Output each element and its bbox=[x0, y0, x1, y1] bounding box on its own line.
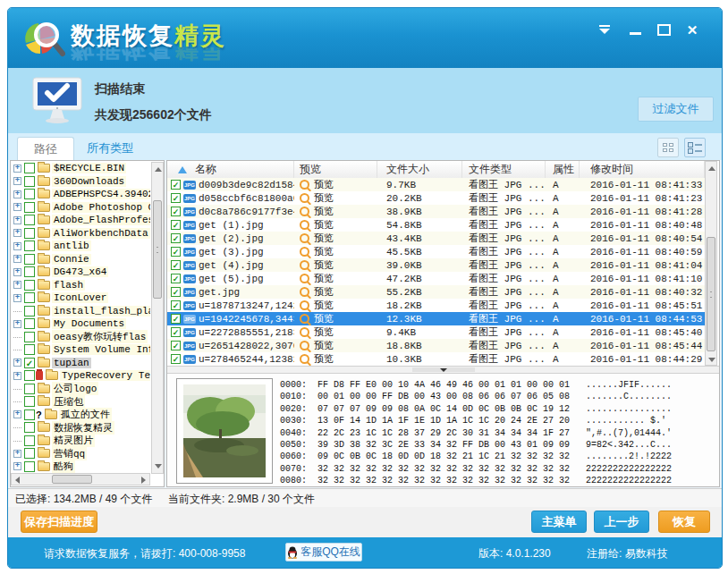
tree-item[interactable]: +Adobe_FlashProfes bbox=[11, 214, 150, 227]
scrollbar-thumb[interactable] bbox=[52, 475, 92, 484]
tree-checkbox[interactable] bbox=[24, 461, 35, 472]
table-row[interactable]: ✓JPGget (1).jpg预览54.8KB看图王 JPG ...A2016-… bbox=[167, 218, 705, 232]
grid-view-button[interactable] bbox=[657, 138, 679, 157]
row-checkbox[interactable]: ✓ bbox=[171, 233, 181, 243]
expand-icon[interactable]: + bbox=[13, 216, 21, 224]
recover-button[interactable]: 恢复 bbox=[658, 511, 710, 533]
tree-checkbox[interactable] bbox=[24, 396, 35, 407]
row-checkbox[interactable]: ✓ bbox=[171, 287, 181, 297]
tree-checkbox[interactable] bbox=[24, 266, 35, 277]
preview-link[interactable]: 预览 bbox=[314, 232, 334, 245]
qq-service-button[interactable]: 客服QQ在线 bbox=[285, 543, 362, 561]
tree-item[interactable]: +DG473_x64 bbox=[11, 266, 150, 279]
tree-item-label[interactable]: IconLover bbox=[52, 292, 108, 303]
tab-path[interactable]: 路径 bbox=[17, 137, 74, 161]
tree-horizontal-scrollbar[interactable] bbox=[11, 473, 150, 485]
magnifier-icon[interactable] bbox=[300, 354, 309, 364]
table-row[interactable]: ✓JPGget (3).jpg预览45.5KB看图王 JPG ...A2016-… bbox=[167, 245, 705, 258]
tree-checkbox[interactable] bbox=[24, 241, 35, 251]
tree-checkbox[interactable] bbox=[24, 189, 35, 199]
tree-item-label[interactable]: tupian bbox=[52, 358, 91, 368]
close-button[interactable]: ✕ bbox=[682, 21, 702, 38]
row-checkbox[interactable]: ✓ bbox=[171, 260, 181, 270]
expand-icon[interactable]: + bbox=[13, 320, 21, 328]
main-menu-button[interactable]: 主菜单 bbox=[531, 511, 587, 533]
preview-link[interactable]: 预览 bbox=[314, 245, 334, 258]
scroll-up-arrow[interactable] bbox=[708, 166, 715, 171]
tree-item-label[interactable]: 360Downloads bbox=[52, 176, 126, 187]
tree-checkbox[interactable] bbox=[24, 448, 35, 459]
tree-item[interactable]: +ADBEPHSPCS4.39402 bbox=[11, 188, 150, 201]
details-view-button[interactable] bbox=[684, 138, 706, 157]
expand-icon[interactable]: + bbox=[13, 177, 21, 185]
table-row[interactable]: ✓JPGd0c8a786c9177f3e4...预览38.9KB看图王 JPG … bbox=[167, 205, 705, 218]
expand-icon[interactable]: + bbox=[13, 203, 21, 211]
tree-item[interactable]: +IconLover bbox=[11, 291, 150, 305]
column-header-type[interactable]: 文件类型 bbox=[462, 161, 546, 178]
preview-link[interactable]: 预览 bbox=[314, 312, 334, 325]
table-row[interactable]: ✓JPGu=1878713247,1242...预览18.2KB看图王 JPG … bbox=[167, 299, 705, 312]
expand-icon[interactable]: + bbox=[13, 281, 21, 289]
tree-item[interactable]: +antlib bbox=[11, 240, 150, 253]
magnifier-icon[interactable] bbox=[300, 287, 309, 297]
magnifier-icon[interactable] bbox=[300, 314, 309, 324]
tree-item[interactable]: 精灵图片 bbox=[11, 435, 150, 448]
scroll-up-arrow[interactable] bbox=[155, 167, 162, 172]
magnifier-icon[interactable] bbox=[300, 233, 309, 243]
tree-item-label[interactable]: AliWorkbenchData bbox=[52, 228, 150, 239]
scrollbar-thumb[interactable] bbox=[153, 200, 162, 299]
tree-item[interactable]: +flash bbox=[11, 279, 150, 292]
column-header-name[interactable]: 名称 bbox=[167, 161, 294, 178]
table-row[interactable]: ✓JPGget (5).jpg预览47.2KB看图王 JPG ...A2016-… bbox=[167, 272, 705, 285]
scroll-down-arrow[interactable] bbox=[155, 464, 162, 468]
column-header-size[interactable]: 文件大小 bbox=[377, 161, 462, 178]
tree-item-label[interactable]: 数据恢复精灵 bbox=[52, 421, 114, 435]
expand-icon[interactable]: + bbox=[13, 294, 21, 302]
previous-step-button[interactable]: 上一步 bbox=[594, 511, 649, 533]
expand-icon[interactable]: + bbox=[13, 372, 21, 380]
table-row[interactable]: ✓JPGget.jpg预览55.2KB看图王 JPG ...A2016-01-1… bbox=[167, 285, 705, 299]
tree-checkbox[interactable]: ✓ bbox=[24, 358, 35, 368]
row-checkbox[interactable]: ✓ bbox=[171, 247, 181, 257]
tree-item[interactable]: +My Documents bbox=[11, 317, 150, 331]
table-vertical-scrollbar[interactable] bbox=[705, 161, 717, 366]
tree-checkbox[interactable] bbox=[24, 228, 35, 239]
column-header-mtime[interactable]: 修改时间 bbox=[580, 161, 705, 178]
tree-checkbox[interactable] bbox=[24, 422, 35, 433]
save-scan-progress-button[interactable]: 保存扫描进度 bbox=[21, 511, 97, 533]
tree-item-label[interactable]: My Documents bbox=[52, 318, 126, 329]
tree-item-label[interactable]: install_flash_pla bbox=[52, 306, 150, 317]
row-checkbox[interactable]: ✓ bbox=[171, 327, 181, 337]
preview-splitter[interactable] bbox=[167, 366, 719, 374]
preview-link[interactable]: 预览 bbox=[314, 272, 334, 285]
tree-item-label[interactable]: ADBEPHSPCS4.39402 bbox=[52, 189, 150, 199]
tree-item[interactable]: System Volume Inf bbox=[11, 343, 150, 357]
expand-icon[interactable]: + bbox=[13, 268, 21, 276]
scrollbar-thumb[interactable] bbox=[707, 237, 715, 351]
expand-icon[interactable]: + bbox=[13, 255, 21, 263]
row-checkbox[interactable]: ✓ bbox=[171, 180, 181, 190]
expand-icon[interactable]: + bbox=[13, 242, 21, 250]
tree-item-label[interactable]: 精灵图片 bbox=[52, 434, 95, 447]
tree-item[interactable]: oeasy教你玩转flas bbox=[11, 331, 150, 344]
tree-item-label[interactable]: 营销qq bbox=[52, 447, 87, 460]
tree-checkbox[interactable] bbox=[24, 409, 35, 420]
preview-link[interactable]: 预览 bbox=[314, 258, 334, 272]
tree-item-label[interactable]: DG473_x64 bbox=[52, 266, 108, 277]
filter-files-button[interactable]: 过滤文件 bbox=[638, 97, 714, 122]
tab-all-types[interactable]: 所有类型 bbox=[80, 137, 140, 160]
tree-item-label[interactable]: Adobe Photoshop C bbox=[52, 202, 150, 213]
expand-icon[interactable]: + bbox=[13, 450, 21, 458]
magnifier-icon[interactable] bbox=[300, 274, 309, 283]
tree-item-label[interactable]: $RECYCLE.BIN bbox=[52, 163, 126, 173]
tree-checkbox[interactable] bbox=[24, 292, 35, 303]
tree-item-label[interactable]: 压缩包 bbox=[52, 395, 85, 409]
tree-item[interactable]: +营销qq bbox=[11, 447, 150, 460]
tree-item-label[interactable]: oeasy教你玩转flas bbox=[52, 330, 148, 343]
tree-item-label[interactable]: 孤立的文件 bbox=[59, 408, 112, 421]
tree-item-label[interactable]: 公司logo bbox=[52, 382, 98, 395]
row-checkbox[interactable]: ✓ bbox=[171, 274, 181, 283]
magnifier-icon[interactable] bbox=[300, 180, 309, 190]
magnifier-icon[interactable] bbox=[300, 247, 309, 257]
tree-checkbox[interactable] bbox=[24, 215, 35, 225]
